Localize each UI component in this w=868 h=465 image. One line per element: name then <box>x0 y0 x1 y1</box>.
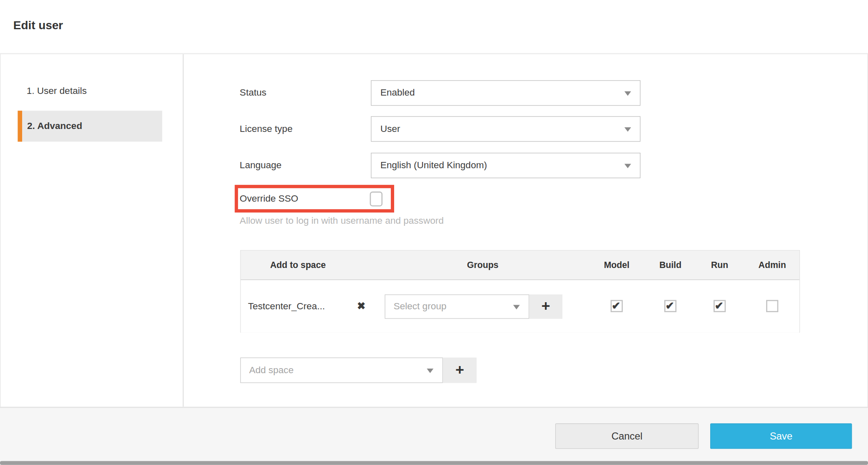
chevron-down-icon <box>513 305 520 310</box>
build-permission-checkbox[interactable]: ✔ <box>664 300 676 312</box>
edit-user-dialog: Edit user 1. User details 2. Advanced St… <box>0 0 868 465</box>
override-sso-checkbox[interactable] <box>370 192 382 207</box>
window-bottom-edge <box>0 461 868 465</box>
space-name-text: Testcenter_Crea... <box>248 280 325 333</box>
spaces-table: Add to space Groups Model Build Run Admi… <box>240 250 800 333</box>
sidebar-item-label: 2. Advanced <box>27 111 82 142</box>
license-type-select[interactable]: User <box>371 116 640 142</box>
dialog-footer: Cancel Save <box>0 407 868 465</box>
column-header-add-to-space: Add to space <box>270 251 326 280</box>
checkmark-icon: ✔ <box>666 299 674 312</box>
status-select[interactable]: Enabled <box>371 80 640 106</box>
page-title: Edit user <box>13 19 63 32</box>
status-select-value: Enabled <box>380 81 415 105</box>
sidebar-item-user-details[interactable]: 1. User details <box>27 83 159 100</box>
add-space-select[interactable]: Add space <box>240 358 443 383</box>
column-header-admin: Admin <box>739 251 805 280</box>
cancel-button[interactable]: Cancel <box>555 423 698 449</box>
status-label: Status <box>240 80 266 106</box>
sidebar-item-advanced[interactable]: 2. Advanced <box>18 111 162 142</box>
dialog-left-border <box>0 0 0 465</box>
checkmark-icon: ✔ <box>612 299 620 312</box>
model-permission-checkbox[interactable]: ✔ <box>610 300 623 312</box>
language-select-value: English (United Kingdom) <box>380 153 487 177</box>
run-permission-checkbox[interactable]: ✔ <box>714 300 726 312</box>
sidebar-divider <box>183 54 184 407</box>
chevron-down-icon <box>427 369 433 373</box>
language-label: Language <box>240 153 281 178</box>
chevron-down-icon <box>625 91 631 96</box>
sidebar-item-label: 1. User details <box>27 86 87 96</box>
add-group-button[interactable]: + <box>529 294 563 318</box>
override-sso-label: Override SSO <box>240 185 298 212</box>
dialog-header: Edit user <box>0 0 868 54</box>
override-sso-helper-text: Allow user to log in with username and p… <box>240 215 444 227</box>
group-select[interactable]: Select group <box>385 294 529 318</box>
save-button[interactable]: Save <box>710 423 852 449</box>
admin-permission-checkbox[interactable] <box>766 300 778 312</box>
active-step-accent-bar <box>18 111 22 142</box>
group-select-placeholder: Select group <box>394 295 447 318</box>
table-row: Testcenter_Crea... ✖ Select group + ✔ ✔ … <box>241 280 800 333</box>
license-type-select-value: User <box>380 117 400 141</box>
checkmark-icon: ✔ <box>715 299 724 312</box>
chevron-down-icon <box>625 164 631 168</box>
chevron-down-icon <box>625 127 631 132</box>
column-header-groups: Groups <box>450 251 516 280</box>
add-space-placeholder: Add space <box>249 358 294 382</box>
language-select[interactable]: English (United Kingdom) <box>371 153 640 178</box>
spaces-table-header: Add to space Groups Model Build Run Admi… <box>241 251 800 280</box>
remove-space-icon[interactable]: ✖ <box>357 280 365 333</box>
add-space-button[interactable]: + <box>443 358 477 383</box>
license-type-label: License type <box>240 116 293 142</box>
